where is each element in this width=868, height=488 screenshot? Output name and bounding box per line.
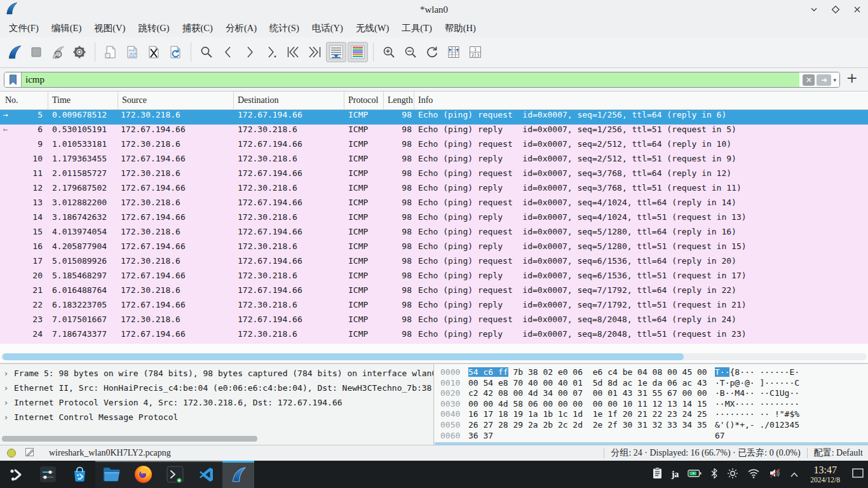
next-packet-button[interactable] (240, 42, 260, 62)
expand-arrow-icon[interactable]: › (4, 383, 8, 393)
number-columns-button[interactable]: 123 (465, 42, 485, 62)
colorize-toggle[interactable] (348, 42, 368, 62)
last-packet-button[interactable] (304, 42, 325, 62)
menu-item-9[interactable]: 工具(T) (395, 20, 438, 36)
packet-row-20[interactable]: 205.185468297172.67.194.66172.30.218.6IC… (0, 271, 868, 285)
column-header-length[interactable]: Length (384, 92, 414, 109)
detail-line-1[interactable]: ›Ethernet II, Src: HonHaiPrecis_c4:be:04… (0, 383, 433, 398)
hex-row-0060[interactable]: 006036 3767 (440, 431, 868, 442)
show-desktop-icon[interactable] (851, 468, 864, 481)
wireshark-taskbar-icon[interactable] (222, 461, 254, 488)
apply-filter-icon[interactable]: ➜ (817, 74, 831, 86)
find-packet-icon[interactable] (196, 42, 217, 62)
menu-item-2[interactable]: 视图(V) (88, 20, 132, 36)
menu-item-10[interactable]: 帮助(H) (438, 20, 482, 36)
packet-row-15[interactable]: 154.013974054172.30.218.6172.67.194.66IC… (0, 227, 868, 241)
packet-row-21[interactable]: 216.016488764172.30.218.6172.67.194.66IC… (0, 285, 868, 300)
expert-info-icon[interactable] (7, 449, 16, 458)
capture-options-gear-icon[interactable] (69, 42, 90, 62)
menu-item-5[interactable]: 分析(A) (219, 20, 263, 36)
menu-item-1[interactable]: 编辑(E) (45, 20, 88, 36)
filter-bookmark-icon[interactable] (4, 72, 22, 87)
packet-row-6[interactable]: ←60.530105191172.67.194.66172.30.218.6IC… (0, 125, 868, 139)
input-method-indicator[interactable]: ja (672, 470, 679, 480)
details-hscrollbar-thumb[interactable] (2, 436, 257, 442)
file-manager-icon[interactable] (95, 461, 127, 488)
restart-capture-button[interactable] (48, 42, 68, 62)
column-header-time[interactable]: Time (48, 92, 118, 109)
auto-scroll-toggle[interactable] (326, 42, 346, 62)
add-filter-button[interactable]: + (846, 70, 858, 86)
start-capture-button[interactable] (4, 42, 25, 62)
vscode-icon[interactable] (191, 461, 222, 488)
brightness-icon[interactable] (727, 468, 738, 482)
hex-row-0040[interactable]: 004016 17 18 19 1a 1b 1c 1d 1e 1f 20 21 … (440, 409, 868, 420)
clock-widget[interactable]: 13:47 2024/12/8 (810, 465, 840, 484)
reload-file-button[interactable] (165, 42, 186, 62)
filter-text[interactable]: icmp (22, 72, 799, 87)
zoom-in-icon[interactable] (379, 42, 399, 62)
first-packet-button[interactable] (283, 42, 303, 62)
minimize-button[interactable] (810, 5, 818, 14)
open-capture-file-button[interactable] (100, 42, 121, 62)
packet-row-16[interactable]: 164.205877904172.67.194.66172.30.218.6IC… (0, 241, 868, 256)
packet-row-11[interactable]: 112.011585727172.30.218.6172.67.194.66IC… (0, 168, 868, 183)
column-header-protocol[interactable]: Protocol (344, 92, 384, 109)
column-header-info[interactable]: Info (414, 92, 868, 109)
maximize-button[interactable] (831, 5, 840, 14)
packet-row-24[interactable]: 247.186743377172.67.194.66172.30.218.6IC… (0, 329, 868, 344)
zoom-reset-icon[interactable] (422, 42, 442, 62)
packet-row-9[interactable]: 91.010533181172.30.218.6172.67.194.66ICM… (0, 139, 868, 154)
hex-row-0020[interactable]: 0020c2 42 08 00 4d 34 00 07 00 01 43 31 … (440, 388, 868, 399)
menu-item-6[interactable]: 统计(S) (263, 20, 306, 36)
detail-line-3[interactable]: ›Internet Control Message Protocol (0, 412, 433, 427)
resize-columns-button[interactable] (444, 42, 464, 62)
close-button[interactable] (853, 5, 862, 14)
column-header-source[interactable]: Source (118, 92, 234, 109)
clear-filter-icon[interactable]: ✕ (803, 74, 815, 86)
hex-row-0010[interactable]: 001000 54 e8 70 40 00 40 01 5d 8d ac 1e … (440, 378, 868, 389)
menu-item-7[interactable]: 电话(Y) (306, 20, 349, 36)
packet-row-17[interactable]: 175.015089926172.30.218.6172.67.194.66IC… (0, 256, 868, 271)
menu-item-3[interactable]: 跳转(G) (132, 20, 175, 36)
menu-item-4[interactable]: 捕获(C) (176, 20, 219, 36)
hex-row-0050[interactable]: 005026 27 28 29 2a 2b 2c 2d 2e 2f 30 31 … (440, 420, 868, 431)
column-header-destination[interactable]: Destination (234, 92, 344, 109)
menu-item-0[interactable]: 文件(F) (3, 20, 45, 36)
stop-capture-button[interactable] (26, 42, 46, 62)
expand-arrow-icon[interactable]: › (4, 369, 8, 378)
packet-list-hscrollbar[interactable] (0, 344, 868, 363)
firefox-icon[interactable] (127, 461, 159, 488)
app-launcher-icon[interactable] (0, 461, 32, 488)
previous-packet-button[interactable] (218, 42, 238, 62)
system-settings-icon[interactable] (32, 461, 64, 488)
expand-arrow-icon[interactable]: › (4, 398, 8, 407)
filter-dropdown-icon[interactable]: ▾ (833, 77, 836, 83)
packet-row-12[interactable]: 122.179687502172.67.194.66172.30.218.6IC… (0, 183, 868, 198)
detail-line-0[interactable]: ›Frame 5: 98 bytes on wire (784 bits), 9… (0, 369, 433, 383)
profile-selector[interactable]: 配置: Default (814, 447, 863, 459)
packet-row-13[interactable]: 133.012882200172.30.218.6172.67.194.66IC… (0, 198, 868, 212)
expand-arrow-icon[interactable]: › (4, 412, 8, 422)
packet-row-14[interactable]: 143.186742632172.67.194.66172.30.218.6IC… (0, 212, 868, 227)
detail-line-2[interactable]: ›Internet Protocol Version 4, Src: 172.3… (0, 398, 433, 412)
discover-store-icon[interactable] (64, 461, 95, 488)
column-header-no[interactable]: No. (0, 92, 48, 109)
clipboard-icon[interactable] (652, 467, 663, 482)
expand-tray-chevron-icon[interactable] (790, 469, 799, 480)
terminal-icon[interactable] (159, 461, 191, 488)
capture-comment-icon[interactable] (25, 447, 35, 459)
packet-row-23[interactable]: 237.017501667172.30.218.6172.67.194.66IC… (0, 315, 868, 329)
save-capture-file-button[interactable]: 010110100101 (122, 42, 142, 62)
menu-item-8[interactable]: 无线(W) (349, 20, 395, 36)
zoom-out-icon[interactable] (400, 42, 421, 62)
battery-icon[interactable] (688, 469, 702, 480)
hex-row-0000[interactable]: 000054 c6 ff 7b 38 02 e0 06 e6 c4 be 04 … (440, 367, 868, 378)
scrollbar-thumb[interactable] (3, 353, 684, 360)
packet-row-10[interactable]: 101.179363455172.67.194.66172.30.218.6IC… (0, 154, 868, 168)
display-filter-input[interactable]: icmp ✕ ➜ ▾ (4, 72, 840, 88)
go-to-packet-button[interactable] (261, 42, 281, 62)
wifi-icon[interactable] (747, 468, 760, 481)
packet-row-5[interactable]: →50.009678512172.30.218.6172.67.194.66IC… (0, 110, 868, 125)
bluetooth-icon[interactable] (710, 468, 718, 482)
